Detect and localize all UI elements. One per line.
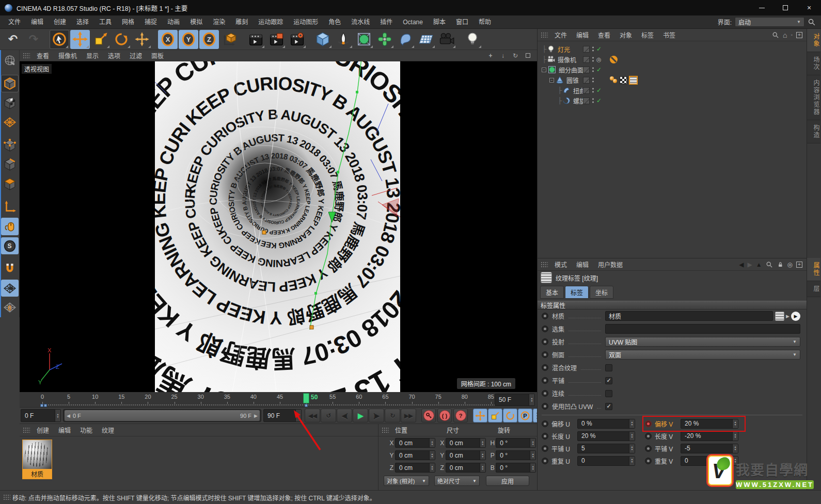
menubar-item-9[interactable]: 渲染 xyxy=(208,15,230,29)
am-menu-2[interactable]: 用户数据 xyxy=(593,260,627,269)
goto-end-button[interactable]: ▶▶ xyxy=(401,409,416,422)
om-menu-2[interactable]: 查看 xyxy=(593,30,615,39)
spinner[interactable]: ▲▼ xyxy=(530,438,535,447)
coordinate-system-button[interactable] xyxy=(220,30,240,49)
viewport-pan-icon[interactable]: + xyxy=(486,52,495,60)
size-x-field[interactable]: 0 cm▲▼ xyxy=(446,438,486,448)
object-label[interactable]: 圆锥 xyxy=(566,76,579,85)
keyframe-circle-icon[interactable] xyxy=(542,458,548,464)
tweak-mode-button[interactable] xyxy=(1,218,19,235)
spinner[interactable]: ▲▼ xyxy=(530,463,535,472)
manager-tab-属性[interactable]: 属性 xyxy=(807,258,820,281)
points-mode-button[interactable] xyxy=(1,137,19,154)
maximize-button[interactable] xyxy=(773,0,797,15)
material-tile[interactable]: 材质 xyxy=(22,440,52,479)
spinner[interactable]: ▲▼ xyxy=(629,457,635,465)
polygons-mode-button[interactable] xyxy=(1,175,19,193)
viewport-menu-0[interactable]: 查看 xyxy=(32,51,54,60)
om-menu-5[interactable]: 书签 xyxy=(658,30,680,39)
add-primitive-button[interactable] xyxy=(313,30,333,49)
menubar-item-0[interactable]: 文件 xyxy=(3,15,26,29)
am-menu-1[interactable]: 编辑 xyxy=(572,260,593,269)
protection-tag-icon[interactable] xyxy=(610,56,618,63)
keyframe-circle-icon[interactable] xyxy=(645,433,652,440)
search-icon[interactable] xyxy=(808,18,816,26)
previous-frame-button[interactable]: ◀( xyxy=(337,409,352,422)
key-position-toggle[interactable] xyxy=(473,409,487,422)
menubar-item-19[interactable]: 帮助 xyxy=(473,15,496,29)
manager-tab-场次[interactable]: 场次 xyxy=(807,52,820,75)
menubar-item-2[interactable]: 创建 xyxy=(49,15,71,29)
edges-mode-button[interactable] xyxy=(1,156,19,174)
am-menu-0[interactable]: 模式 xyxy=(550,260,572,269)
visibility-dots[interactable] xyxy=(592,56,594,62)
使用凹凸 UVW-checkbox[interactable]: ✓ xyxy=(605,403,612,410)
object-row-细分曲面[interactable]: −细分曲面✓ xyxy=(538,64,807,75)
om-menu-4[interactable]: 标签 xyxy=(637,30,658,39)
keyframe-circle-icon[interactable] xyxy=(542,445,548,452)
make-editable-button[interactable] xyxy=(1,52,19,70)
平铺-checkbox[interactable]: ✓ xyxy=(605,377,612,384)
position-mode-select[interactable]: 对象 (相对)▼ xyxy=(384,476,429,486)
menubar-item-3[interactable]: 选择 xyxy=(71,15,94,29)
object-label[interactable]: 细分曲面 xyxy=(559,66,583,74)
preview-range-bar[interactable]: ◀ 0 F 90 F ▶ xyxy=(65,410,260,421)
spinner[interactable]: ▲▼ xyxy=(429,463,435,472)
keyframe-help-button[interactable]: ? xyxy=(453,409,468,422)
viewport-menu-1[interactable]: 摄像机 xyxy=(54,51,82,60)
viewport-menu-5[interactable]: 面板 xyxy=(147,51,168,60)
texture-mode-button[interactable] xyxy=(1,94,19,112)
range-right-arrow-icon[interactable]: ▶ xyxy=(254,413,258,418)
add-spline-button[interactable] xyxy=(334,30,353,49)
object-row-圆锥[interactable]: −圆锥 xyxy=(538,75,807,85)
loop-start-field[interactable]: 0 F ▲▼ xyxy=(21,409,61,422)
parent-object-icon[interactable]: ▲ xyxy=(756,261,762,268)
search-icon[interactable] xyxy=(772,31,779,39)
expander-icon[interactable]: − xyxy=(542,68,546,72)
material-name-label[interactable]: 材质 xyxy=(23,469,52,479)
interface-select[interactable]: 启动▼ xyxy=(735,17,804,27)
enabled-check-icon[interactable]: ✓ xyxy=(596,45,602,53)
object-row-灯光[interactable]: ├灯光✓ xyxy=(538,44,807,54)
key-scale-toggle[interactable] xyxy=(488,409,502,422)
add-camera-button[interactable] xyxy=(437,30,456,49)
menubar-item-5[interactable]: 网格 xyxy=(117,15,139,29)
spinner[interactable]: ▲▼ xyxy=(732,444,738,453)
spinner[interactable]: ▲▼ xyxy=(295,410,301,421)
planar-workplane-button[interactable]: () xyxy=(1,299,19,316)
visibility-dots[interactable] xyxy=(592,67,594,73)
mat-menu-2[interactable]: 功能 xyxy=(75,426,97,434)
size-z-field[interactable]: 0 cm▲▼ xyxy=(446,463,486,473)
manager-tab-层[interactable]: 层 xyxy=(807,281,820,297)
layer-color-box[interactable] xyxy=(583,46,590,53)
viewport-menu-3[interactable]: 选项 xyxy=(103,51,125,60)
menubar-item-11[interactable]: 运动跟踪 xyxy=(253,15,288,29)
visibility-dots[interactable] xyxy=(592,77,594,83)
locked-workplane-button[interactable] xyxy=(1,280,19,297)
model-mode-button[interactable] xyxy=(1,75,19,92)
lock-y-axis-button[interactable]: Y xyxy=(179,30,198,49)
move-tool[interactable] xyxy=(70,30,90,49)
panel-grip[interactable] xyxy=(3,494,10,500)
spinner[interactable]: ▲▼ xyxy=(732,432,738,441)
next-frame-button[interactable]: )▶ xyxy=(369,409,384,422)
mograph-button[interactable] xyxy=(375,30,394,49)
keyframe-circle-icon[interactable] xyxy=(542,403,548,410)
menubar-item-17[interactable]: 脚本 xyxy=(428,15,451,29)
spinner[interactable]: ▲▼ xyxy=(429,451,435,460)
target-mode-icon[interactable]: ◎ xyxy=(787,261,793,268)
enabled-check-icon[interactable]: ✓ xyxy=(596,87,602,94)
add-panel-icon[interactable]: + xyxy=(796,262,802,268)
path-dot-icon[interactable]: ◦ xyxy=(791,32,793,38)
live-selection-tool[interactable] xyxy=(50,30,69,49)
menubar-item-18[interactable]: 窗口 xyxy=(451,15,473,29)
spinner[interactable]: ▲▼ xyxy=(732,419,738,428)
uvw-tag-icon[interactable] xyxy=(620,76,627,84)
camera-active-icon[interactable]: ◎ xyxy=(596,56,602,63)
material-link-thumbnail[interactable] xyxy=(775,312,784,321)
viewport-canvas[interactable]: KEEP CURIOSITY B AUGUST 13 2018 03:07 馬鹿… xyxy=(20,61,537,392)
goto-start-button[interactable]: ◀◀ xyxy=(305,409,320,422)
perspective-viewport[interactable]: 查看摄像机显示选项过滤面板 + ↓ ↻ xyxy=(20,50,537,392)
visibility-dots[interactable] xyxy=(592,87,594,93)
偏移 V-field[interactable]: 20 %▲▼ xyxy=(681,419,738,429)
